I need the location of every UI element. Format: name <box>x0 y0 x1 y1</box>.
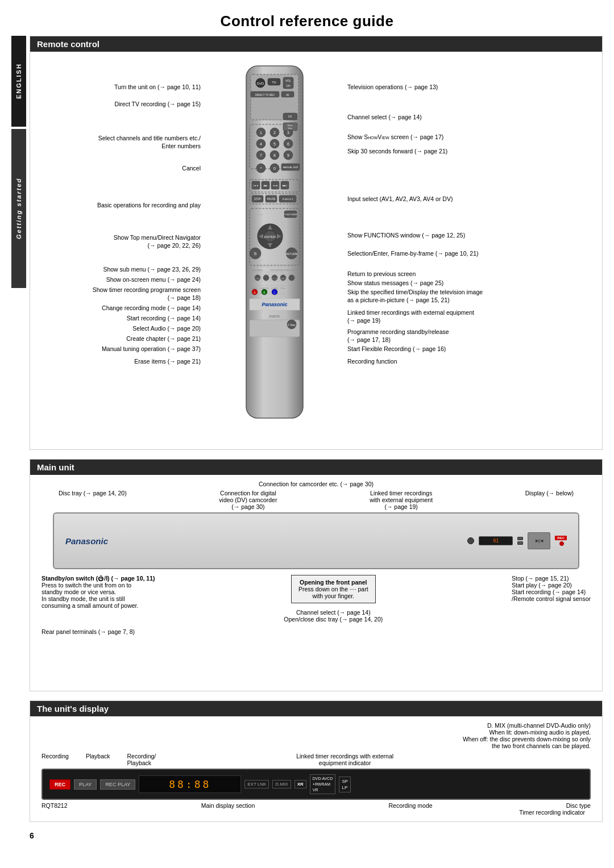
svg-text:View: View <box>288 127 292 130</box>
svg-text:8: 8 <box>273 153 276 157</box>
svg-text:7: 7 <box>260 153 262 157</box>
svg-text:3: 3 <box>287 131 289 135</box>
label-input-select: Input select (AV1, AV2, AV3, AV4 or DV) <box>347 195 453 203</box>
svg-text:STOP: STOP <box>254 198 261 201</box>
sp-lp-indicator: SPLP <box>339 777 351 792</box>
disc-type-label: Disc type <box>566 802 591 809</box>
play-display-indicator: PLAY <box>74 779 97 790</box>
label-timer-recording: Show timer recording programme screen(→ … <box>93 286 201 302</box>
label-cancel: Cancel <box>182 164 201 172</box>
label-erase-items: Erase items (→ page 21) <box>134 357 201 365</box>
svg-text:|◄◄: |◄◄ <box>254 184 259 187</box>
svg-text:6: 6 <box>287 142 289 146</box>
label-channel-select: Channel select (→ page 14) <box>347 113 422 121</box>
main-display-section-label: Main display section <box>201 802 255 809</box>
label-flexible-recording: Start Flexible Recording (→ page 16) <box>347 345 446 353</box>
rec-display-indicator: REC <box>49 779 70 790</box>
label-sub-menu: Show sub menu (→ page 23, 26, 29) <box>103 265 201 273</box>
svg-text:S: S <box>254 251 256 256</box>
ext-lnk-indicator: EXT LNK <box>244 780 269 788</box>
rear-panel-label: Rear panel terminals (→ page 7, 8) <box>42 628 591 635</box>
ch-down-button[interactable] <box>517 541 523 545</box>
label-create-chapter: Create chapter (→ page 21) <box>126 335 201 343</box>
label-on-screen-menu: Show on-screen menu (→ page 24) <box>106 276 201 283</box>
display-heading: The unit's display <box>30 701 602 716</box>
svg-text:CC MOD: CC MOD <box>254 278 262 280</box>
remote-control-section: Remote control Turn the unit on (→ page … <box>30 36 603 450</box>
svg-text:◄◄|: ◄◄| <box>273 184 278 187</box>
label-basic-operations: Basic operations for recording and play <box>97 201 201 209</box>
main-unit-content: Connection for camcorder etc. (→ page 30… <box>30 475 602 691</box>
svg-text:9: 9 <box>287 153 289 157</box>
label-select-audio: Select Audio (→ page 20) <box>132 324 201 332</box>
start-recording-label: Start recording (→ page 14)/Remote contr… <box>512 589 591 602</box>
svg-text:2: 2 <box>273 131 276 135</box>
svg-text:TOP MENU: TOP MENU <box>252 213 264 216</box>
label-status-messages: Show status messages (→ page 25) <box>347 279 443 287</box>
label-recording-function: Recording function <box>347 357 397 365</box>
svg-text:AV: AV <box>286 94 289 97</box>
svg-text:TV: TV <box>272 81 276 84</box>
rec-play-display-indicator: REC PLAY <box>100 779 135 790</box>
standby-button[interactable] <box>467 537 474 544</box>
label-change-recording-mode: Change recording mode (→ page 14) <box>102 304 201 312</box>
standby-switch-label: Standby/on switch (⏻/Ⅰ) (→ page 10, 11) … <box>42 575 155 623</box>
svg-text:5: 5 <box>273 142 276 146</box>
panasonic-logo: Panasonic <box>65 536 108 546</box>
svg-text:VOL: VOL <box>285 79 291 82</box>
svg-text:DVD/TV: DVD/TV <box>269 315 280 318</box>
svg-text:▶▶|: ▶▶| <box>283 184 287 187</box>
device-body: Panasonic 01 <box>53 512 579 569</box>
segment-display: 88:88 <box>139 775 241 793</box>
stop-label: Stop (→ page 15, 21) <box>512 575 591 582</box>
getting-started-tab: Getting started <box>11 129 26 288</box>
display-content: D. MIX (multi-channel DVD-Audio only) Wh… <box>30 716 602 821</box>
dmix-indicator: D.MIX <box>272 780 291 788</box>
remote-illustration: DVD TV VOL CH DIRECT TV REC <box>206 52 343 449</box>
disc-type-indicator: DVD·AVCD+RWRAMVR <box>310 774 336 794</box>
ch-up-button[interactable] <box>517 537 523 540</box>
label-showview: Show ShowView screen (→ page 17) <box>347 133 443 141</box>
recording-playback-label: Recording/Playback <box>127 753 156 766</box>
svg-text:0: 0 <box>273 166 276 170</box>
svg-text:PAUSE: PAUSE <box>267 198 276 201</box>
right-bottom-labels: Stop (→ page 15, 21) Start play (→ page … <box>512 575 591 623</box>
disc-tray[interactable]: ▶||◀ <box>528 532 550 549</box>
main-unit-device: Panasonic 01 <box>53 512 579 569</box>
camcorder-connection-label: Connection for camcorder etc. (→ page 30… <box>42 481 591 487</box>
display-section: The unit's display D. MIX (multi-channel… <box>30 700 603 822</box>
remote-control-heading: Remote control <box>30 36 602 52</box>
svg-text:ENTER: ENTER <box>264 235 276 239</box>
main-unit-heading: Main unit <box>30 460 602 475</box>
opening-front-panel-box: Opening the front panel Press down on th… <box>291 575 376 603</box>
svg-text:1: 1 <box>260 131 262 135</box>
svg-text:F Rec.: F Rec. <box>280 287 286 290</box>
linked-timer-label: Linked timer recordingswith external equ… <box>370 490 433 510</box>
open-close-disc-label: Open/close disc tray (→ page 14, 20) <box>167 616 501 623</box>
svg-text:CH: CH <box>288 115 292 118</box>
svg-text:Panasonic: Panasonic <box>262 302 287 307</box>
svg-text:TIMR 1: TIMR 1 <box>280 278 287 280</box>
left-display-labels: Recording Playback Recording/Playback <box>42 753 156 766</box>
display-label: Display (→ below) <box>525 490 574 510</box>
page-number: 6 <box>30 831 603 840</box>
label-skip-30: Skip 30 seconds forward (→ page 21) <box>347 147 447 155</box>
svg-text:TIME SLIP: TIME SLIP <box>285 269 296 272</box>
svg-text:FUNCTIONS: FUNCTIONS <box>284 213 297 216</box>
svg-text:▶▶: ▶▶ <box>264 184 268 187</box>
playback-label: Playback <box>86 753 110 766</box>
label-top-menu: Show Top menu/Direct Navigator(→ page 20… <box>114 233 201 249</box>
label-start-recording: Start recording (→ page 14) <box>127 314 201 322</box>
svg-text:F Rec: F Rec <box>288 323 296 327</box>
svg-text:SUB MENU: SUB MENU <box>252 269 263 272</box>
label-select-channels: Select channels and title numbers etc./E… <box>98 134 201 150</box>
page-title: Control reference guide <box>11 6 603 36</box>
svg-text:EXT LNK: EXT LNK <box>271 278 279 280</box>
rec-button[interactable]: REC <box>555 536 567 540</box>
disc-tray-label: Disc tray (→ page 14, 20) <box>59 490 127 510</box>
label-turn-unit-on: Turn the unit on (→ page 10, 11) <box>114 83 201 91</box>
right-labels-column: Television operations (→ page 13) Channe… <box>343 52 602 449</box>
linked-timer-equip-label: Linked timer recordings with externalequ… <box>296 753 393 766</box>
svg-text:DVD: DVD <box>257 82 264 85</box>
recording-mode-label: Recording mode <box>389 802 433 809</box>
